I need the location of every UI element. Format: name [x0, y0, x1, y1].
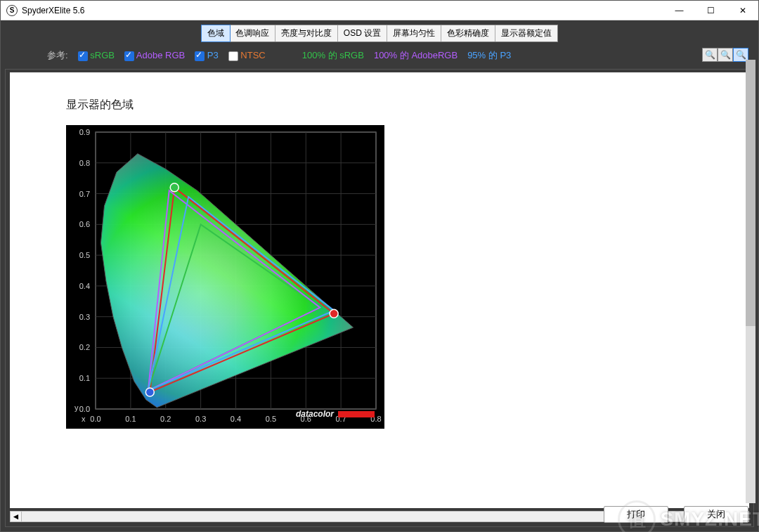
svg-text:0.2: 0.2 [160, 415, 171, 423]
ntsc-label: NTSC [240, 50, 265, 60]
scroll-left-icon[interactable]: ◄ [11, 512, 22, 521]
srgb-checkbox-wrap[interactable]: sRGB [78, 50, 115, 61]
zoom-out-button[interactable]: 🔍 [718, 48, 733, 62]
zoom-fit-icon: 🔍 [736, 50, 746, 60]
p3-label: P3 [207, 50, 219, 60]
tab-2[interactable]: 亮度与对比度 [275, 25, 338, 41]
tab-4[interactable]: 屏幕均匀性 [387, 25, 441, 41]
reference-label: 参考: [47, 49, 68, 62]
gamut-chart: 0.00.10.20.30.40.50.60.70.80.00.10.20.30… [66, 125, 384, 429]
titlebar: S SpyderXElite 5.6 — ☐ ✕ [1, 1, 758, 20]
ntsc-checkbox-wrap[interactable]: NTSC [228, 50, 266, 61]
vertical-scroll-thumb[interactable] [746, 60, 755, 326]
tabs-container: 色域色调响应亮度与对比度OSD 设置屏幕均匀性色彩精确度显示器额定值 [5, 25, 754, 42]
svg-text:0.4: 0.4 [231, 415, 241, 423]
svg-text:0.2: 0.2 [79, 343, 90, 351]
svg-text:0.3: 0.3 [79, 313, 90, 321]
window-maximize-button[interactable]: ☐ [695, 1, 727, 20]
svg-text:0.8: 0.8 [79, 159, 90, 167]
print-button[interactable]: 打印 [604, 506, 668, 523]
datacolor-text: datacolor [296, 409, 334, 419]
svg-text:y: y [74, 403, 79, 412]
window-minimize-button[interactable]: — [663, 1, 695, 20]
ntsc-checkbox[interactable] [228, 51, 238, 61]
zoom-in-button[interactable]: 🔍 [702, 48, 718, 62]
content-pane: 显示器的色域 0.00.10.20.30.40.50.60.70.80.00.1… [10, 72, 749, 508]
svg-text:x: x [82, 415, 86, 423]
result-argb: 100% 的 AdobeRGB [374, 49, 458, 62]
svg-text:0.5: 0.5 [79, 251, 90, 259]
svg-text:0.0: 0.0 [79, 405, 90, 413]
svg-text:0.1: 0.1 [79, 374, 90, 382]
svg-point-50 [145, 388, 154, 396]
zoom-in-icon: 🔍 [705, 50, 715, 60]
svg-text:0.3: 0.3 [195, 415, 206, 423]
window-close-button[interactable]: ✕ [727, 1, 758, 20]
app-title: SpyderXElite 5.6 [22, 6, 84, 15]
svg-point-49 [170, 183, 179, 192]
chart-title: 显示器的色域 [10, 72, 749, 125]
datacolor-bar-icon [338, 411, 375, 417]
app-icon: S [6, 5, 18, 16]
svg-point-48 [330, 309, 338, 318]
tab-3[interactable]: OSD 设置 [338, 25, 387, 41]
srgb-label: sRGB [90, 50, 115, 60]
zoom-out-icon: 🔍 [720, 50, 731, 60]
svg-text:0.7: 0.7 [79, 190, 90, 198]
svg-text:0.0: 0.0 [90, 415, 100, 423]
svg-text:0.9: 0.9 [79, 128, 90, 136]
argb-label: Adobe RGB [136, 50, 185, 60]
srgb-checkbox[interactable] [78, 51, 88, 61]
vertical-scrollbar[interactable] [746, 60, 755, 503]
argb-checkbox-wrap[interactable]: Adobe RGB [124, 50, 185, 61]
tab-6[interactable]: 显示器额定值 [495, 25, 557, 41]
tab-1[interactable]: 色调响应 [230, 25, 275, 41]
svg-text:0.1: 0.1 [125, 415, 136, 423]
svg-text:0.6: 0.6 [79, 220, 90, 228]
argb-checkbox[interactable] [124, 51, 134, 61]
svg-text:0.5: 0.5 [266, 415, 276, 423]
result-p3: 95% 的 P3 [467, 49, 511, 62]
datacolor-logo: datacolor [296, 409, 375, 419]
p3-checkbox-wrap[interactable]: P3 [195, 50, 219, 61]
svg-text:0.4: 0.4 [79, 282, 90, 290]
reference-row: 参考: sRGB Adobe RGB P3 NTSC 100% 的 sRGB 1… [5, 46, 754, 65]
close-button[interactable]: 关闭 [684, 506, 748, 523]
result-srgb: 100% 的 sRGB [302, 49, 364, 62]
tab-0[interactable]: 色域 [201, 25, 231, 42]
p3-checkbox[interactable] [195, 51, 205, 61]
tab-5[interactable]: 色彩精确度 [441, 25, 495, 41]
